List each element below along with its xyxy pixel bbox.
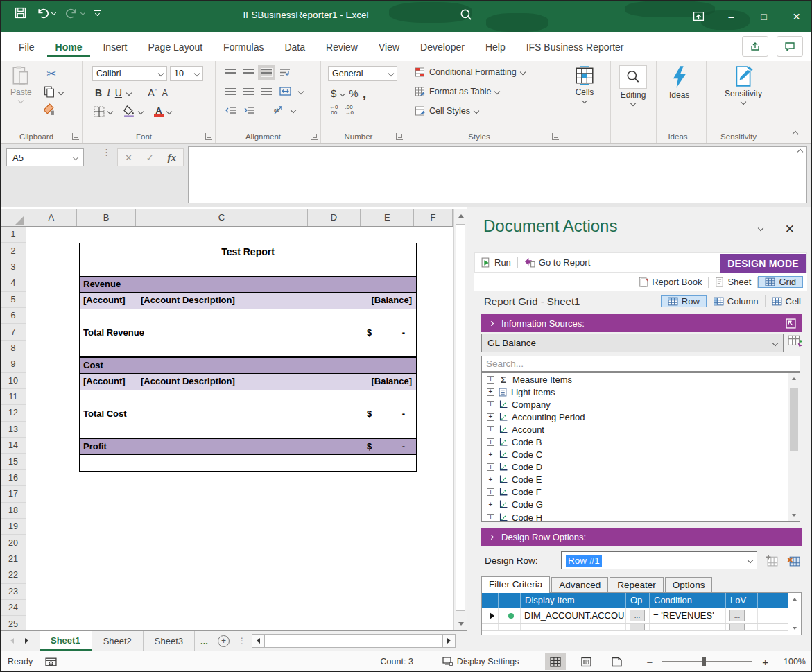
align-center-icon[interactable] — [243, 87, 254, 95]
sheet-button[interactable]: Sheet — [709, 277, 757, 287]
shrink-font-button[interactable]: Aˇ — [162, 87, 170, 98]
column-header-e[interactable]: E — [361, 209, 414, 226]
merge-center-icon[interactable] — [279, 87, 291, 96]
expand-icon[interactable]: + — [487, 388, 494, 396]
currency-dropdown[interactable] — [340, 90, 345, 96]
select-all-corner[interactable] — [1, 209, 26, 226]
design-row-combo[interactable]: Row #1 — [561, 551, 757, 569]
information-source-combo[interactable]: GL Balance — [481, 334, 784, 352]
collapse-section-icon[interactable] — [489, 320, 494, 325]
cut-icon[interactable]: ✂ — [46, 67, 56, 81]
ribbon-display-options-icon[interactable] — [682, 1, 715, 32]
grid-button[interactable]: Grid — [758, 276, 803, 288]
row-header-4[interactable]: 4 — [1, 275, 26, 291]
conditional-formatting-button[interactable]: Conditional Formatting — [415, 67, 525, 77]
row-header-24[interactable]: 24 — [1, 600, 26, 616]
font-color-dropdown[interactable] — [166, 108, 172, 114]
row-header-10[interactable]: 10 — [1, 373, 26, 389]
zoom-level[interactable]: 100% — [784, 657, 806, 666]
editing-button[interactable]: Editing — [619, 65, 647, 105]
row-header-2[interactable]: 2 — [1, 243, 26, 259]
ideas-button[interactable]: Ideas — [669, 65, 689, 100]
row-header-12[interactable]: 12 — [1, 405, 26, 421]
middle-align-icon[interactable] — [243, 69, 254, 76]
tab-data[interactable]: Data — [276, 36, 313, 57]
information-sources-header[interactable]: Information Sources: — [481, 314, 802, 332]
row-header-19[interactable]: 19 — [1, 519, 26, 535]
fill-color-icon[interactable] — [123, 105, 135, 117]
scroll-up-icon[interactable] — [454, 209, 467, 223]
go-to-report-button[interactable]: Go to Report — [518, 257, 596, 268]
tree-item-code-d[interactable]: +Code D — [482, 461, 800, 474]
tree-item-code-h[interactable]: +Code H — [482, 511, 800, 522]
borders-icon[interactable] — [94, 106, 105, 117]
column-header-f[interactable]: F — [414, 209, 453, 226]
row-header-23[interactable]: 23 — [1, 584, 26, 600]
sensitivity-button[interactable]: Sensitivity — [725, 65, 762, 104]
underline-button[interactable]: U — [115, 87, 122, 98]
tree-item-measure-items[interactable]: +ΣMeasure Items — [482, 373, 800, 386]
tab-file[interactable]: File — [10, 36, 43, 57]
enter-icon[interactable]: ✓ — [146, 153, 154, 163]
align-right-icon[interactable] — [261, 87, 272, 95]
row-header-15[interactable]: 15 — [1, 454, 26, 469]
alignment-dialog-launcher[interactable] — [311, 133, 318, 140]
minimize-button[interactable]: – — [715, 1, 748, 32]
expand-icon[interactable]: + — [487, 376, 494, 384]
format-painter-icon[interactable] — [42, 103, 55, 116]
search-icon[interactable] — [458, 8, 474, 23]
row-header-11[interactable]: 11 — [1, 389, 26, 405]
decrease-indent-icon[interactable] — [225, 106, 236, 114]
row-header-25[interactable]: 25 — [1, 616, 26, 630]
percent-format-button[interactable]: % — [349, 87, 358, 99]
tab-developer[interactable]: Developer — [412, 36, 473, 57]
row-header-16[interactable]: 16 — [1, 470, 26, 486]
panel-close-icon[interactable]: ✕ — [785, 222, 795, 236]
close-button[interactable]: ✕ — [780, 1, 812, 32]
wrap-text-icon[interactable] — [279, 68, 291, 77]
sheet-overflow[interactable]: ... — [195, 631, 214, 651]
cells-button[interactable]: Cells — [574, 65, 595, 103]
cell-styles-button[interactable]: Cell Styles — [415, 106, 478, 116]
expand-icon[interactable]: + — [487, 438, 494, 446]
report-book-button[interactable]: Report Book — [632, 277, 708, 287]
normal-view-icon[interactable] — [545, 653, 566, 670]
expand-icon[interactable]: + — [487, 514, 494, 522]
expand-icon[interactable]: + — [487, 426, 494, 433]
row-button[interactable]: Row — [661, 295, 707, 307]
lov-browse-button[interactable]: ... — [729, 610, 745, 621]
expand-icon[interactable]: + — [487, 463, 494, 471]
grid-canvas[interactable]: Test ReportRevenue[Account][Account Desc… — [26, 227, 453, 630]
save-icon[interactable] — [15, 7, 26, 19]
panel-menu-icon[interactable] — [758, 225, 763, 231]
row-header-20[interactable]: 20 — [1, 535, 26, 551]
run-button[interactable]: Run — [475, 257, 517, 268]
grow-font-button[interactable]: A^ — [148, 87, 157, 98]
tab-ifs-business-reporter[interactable]: IFS Business Reporter — [518, 36, 632, 57]
scroll-left-icon[interactable] — [252, 635, 264, 647]
source-details-icon[interactable] — [788, 334, 803, 349]
row-header-7[interactable]: 7 — [1, 324, 26, 340]
clipboard-dialog-launcher[interactable] — [72, 133, 79, 140]
row-header-21[interactable]: 21 — [1, 551, 26, 567]
column-button[interactable]: Column — [707, 296, 765, 307]
increase-decimal-button[interactable]: ←0 .00 — [329, 105, 338, 116]
fill-color-dropdown[interactable] — [138, 108, 144, 114]
next-sheet-icon[interactable] — [25, 638, 28, 644]
namebox-splitter[interactable]: ⋮ — [102, 150, 111, 155]
font-dialog-launcher[interactable] — [205, 133, 212, 140]
tab-page-layout[interactable]: Page Layout — [139, 36, 211, 57]
tree-item-light-items[interactable]: +Light Items — [482, 386, 800, 398]
row-header-22[interactable]: 22 — [1, 567, 26, 583]
vertical-scroll-thumb[interactable] — [456, 224, 465, 611]
scroll-down-icon[interactable] — [454, 617, 467, 630]
tab-insert[interactable]: Insert — [94, 36, 135, 57]
horizontal-scroll-thumb[interactable] — [264, 635, 443, 647]
display-item-cell[interactable]: DIM_ACCOUNT.ACCOU — [521, 608, 626, 623]
row-header-9[interactable]: 9 — [1, 356, 26, 372]
row-header-1[interactable]: 1 — [1, 227, 26, 243]
orientation-icon[interactable]: ab — [273, 105, 284, 115]
number-dialog-launcher[interactable] — [396, 133, 403, 140]
copy-icon[interactable] — [44, 86, 55, 98]
new-sheet-button[interactable]: + — [214, 631, 234, 651]
